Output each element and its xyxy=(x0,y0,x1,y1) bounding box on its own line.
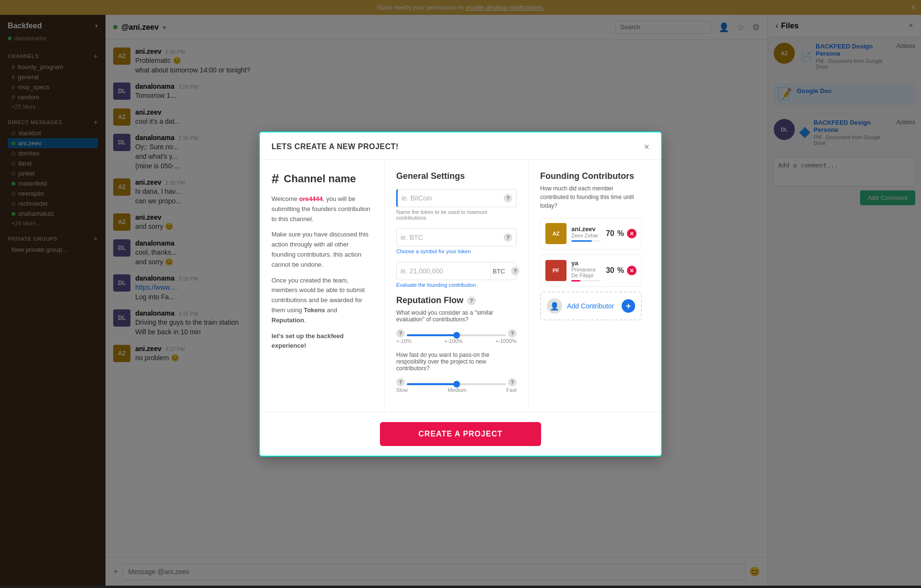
token-name-help-icon[interactable]: ? xyxy=(504,194,512,202)
slider2-thumb[interactable] xyxy=(453,381,460,388)
add-contributor-icon[interactable]: + xyxy=(622,299,635,313)
contributor-handle-2: ya xyxy=(571,259,601,267)
token-symbol-input-row: ? xyxy=(396,228,517,247)
slider2-label-fast: Fast xyxy=(507,387,517,393)
remove-contributor-button-2[interactable]: × xyxy=(627,266,637,275)
slider1-label-right: +-1000% xyxy=(496,338,517,344)
modal-body: # Channel name Welcome ore4444, you will… xyxy=(260,160,661,412)
slider2-label-slow: Slow xyxy=(396,387,408,393)
user-placeholder-icon: 👤 xyxy=(547,298,562,314)
founding-amount-group: BTC ? Evaluate the founding contribution xyxy=(396,262,517,288)
contributor-percent-2: 30 % × xyxy=(606,266,637,275)
channel-name-header: # Channel name xyxy=(272,171,373,187)
token-symbol-group: ? Choose a symbol for your token xyxy=(396,228,517,254)
reputation-bold: Reputation xyxy=(272,317,304,324)
slider1-label-left: +-10% xyxy=(396,338,412,344)
slider2-label-medium: Medium xyxy=(448,387,466,393)
contributor-avatar: AZ xyxy=(545,223,567,244)
reputation-flow-title: Reputation Flow ? xyxy=(396,295,517,306)
modal-overlay: LETS CREATE A NEW PROJECT! × # Channel n… xyxy=(0,0,921,586)
modal-title: LETS CREATE A NEW PROJECT! xyxy=(272,142,399,151)
slider1-right-help[interactable]: ? xyxy=(508,329,517,338)
slider2-left-help[interactable]: ? xyxy=(396,378,405,387)
contributor-percent: 70 % × xyxy=(606,229,637,238)
create-project-modal: LETS CREATE A NEW PROJECT! × # Channel n… xyxy=(259,131,662,457)
contributor-bar-2 xyxy=(571,280,580,282)
modal-close-button[interactable]: × xyxy=(644,142,649,152)
slider1-label-center: +-100% xyxy=(444,338,462,344)
contributor-item: AZ ani.zeev Zeev Zohar 70 % × xyxy=(540,218,642,249)
reputation-help-icon[interactable]: ? xyxy=(467,296,476,305)
slider1-thumb[interactable] xyxy=(453,332,460,339)
btc-suffix: BTC xyxy=(490,263,507,280)
slider1-container: ? ? +-10% +-100% +-1000% xyxy=(396,329,517,344)
channel-name-title: Channel name xyxy=(284,173,356,185)
warning-text: Make sure you have discussed this action… xyxy=(272,230,373,270)
contributor-avatar-2: PF xyxy=(545,260,567,281)
add-contributor-label: Add Contributor xyxy=(567,302,614,310)
token-name-input-row: ? xyxy=(396,189,517,207)
modal-header: LETS CREATE A NEW PROJECT! × xyxy=(260,132,661,160)
reputation-flow-section: Reputation Flow ? What would you conside… xyxy=(396,295,517,393)
token-symbol-input[interactable] xyxy=(401,229,500,246)
rep-desc-1: What would you consider as a "similar ev… xyxy=(396,309,517,323)
founding-contributors-col: Founding Contributors How much did each … xyxy=(529,160,653,412)
lets-set-text: let's set up the backfeed experience! xyxy=(272,331,373,352)
token-symbol-help-icon[interactable]: ? xyxy=(504,233,512,242)
lets-set-bold: let's set up the backfeed experience! xyxy=(272,332,343,350)
founding-amount-hint: Evaluate the founding contribution xyxy=(396,282,517,288)
slider1-labels: +-10% +-100% +-1000% xyxy=(396,338,517,344)
tokens-bold: Tokens xyxy=(304,306,325,314)
modal-footer: CREATE A PROJECT xyxy=(260,412,661,456)
contributor-name: Zeev Zohar xyxy=(571,233,601,238)
slider1-track xyxy=(407,334,506,336)
welcome-username: ore4444 xyxy=(299,195,323,202)
token-name-group: ? Name the token to be used to maesure c… xyxy=(396,189,517,221)
create-project-button[interactable]: CREATE A PROJECT xyxy=(380,422,541,446)
slider1-row: ? ? xyxy=(396,329,517,338)
founding-contributors-desc: How much did each member contributed to … xyxy=(540,184,642,210)
founding-contributors-title: Founding Contributors xyxy=(540,171,642,181)
welcome-text: Welcome ore4444, you will be submitting … xyxy=(272,194,373,224)
slider2-labels: Slow Medium Fast xyxy=(396,387,517,393)
slider2-track xyxy=(407,383,506,385)
contributor-item-2: PF ya Primavera De Filippi 30 % × xyxy=(540,254,642,287)
founding-amount-help-icon[interactable]: ? xyxy=(511,267,520,275)
contributor-bar xyxy=(571,240,592,242)
rep-desc-2: How fast do you want to pass-on the resp… xyxy=(396,352,517,372)
contributor-name-2: Primavera De Filippi xyxy=(571,267,601,278)
contributor-bar-container xyxy=(571,240,601,242)
tokens-text: Once you created the team, members would… xyxy=(272,276,373,326)
contributor-info: ani.zeev Zeev Zohar xyxy=(571,225,601,242)
remove-contributor-button[interactable]: × xyxy=(627,229,637,238)
slider2-container: ? ? Slow Medium Fast xyxy=(396,377,517,393)
contributor-bar-container-2 xyxy=(571,280,601,282)
add-contributor-row[interactable]: 👤 Add Contributor + xyxy=(540,292,642,320)
contributor-info-2: ya Primavera De Filippi xyxy=(571,259,601,282)
slider2-right-help[interactable]: ? xyxy=(508,378,517,387)
slider1-left-help[interactable]: ? xyxy=(396,329,405,338)
slider2-fill xyxy=(407,383,457,385)
founding-amount-input[interactable] xyxy=(401,262,484,280)
channel-name-col: # Channel name Welcome ore4444, you will… xyxy=(260,160,385,412)
general-settings-col: General Settings ? Name the token to be … xyxy=(385,160,529,412)
slider1-fill xyxy=(407,334,457,336)
founding-amount-input-row: BTC ? xyxy=(396,262,517,280)
token-name-input[interactable] xyxy=(401,189,500,207)
contributor-handle: ani.zeev xyxy=(571,225,601,233)
token-name-hint: Name the token to be used to maesure con… xyxy=(396,209,517,221)
token-symbol-hint: Choose a symbol for your token xyxy=(396,248,517,254)
slider2-row: ? ? xyxy=(396,377,517,387)
general-settings-title: General Settings xyxy=(396,171,517,181)
hash-icon: # xyxy=(272,171,279,187)
